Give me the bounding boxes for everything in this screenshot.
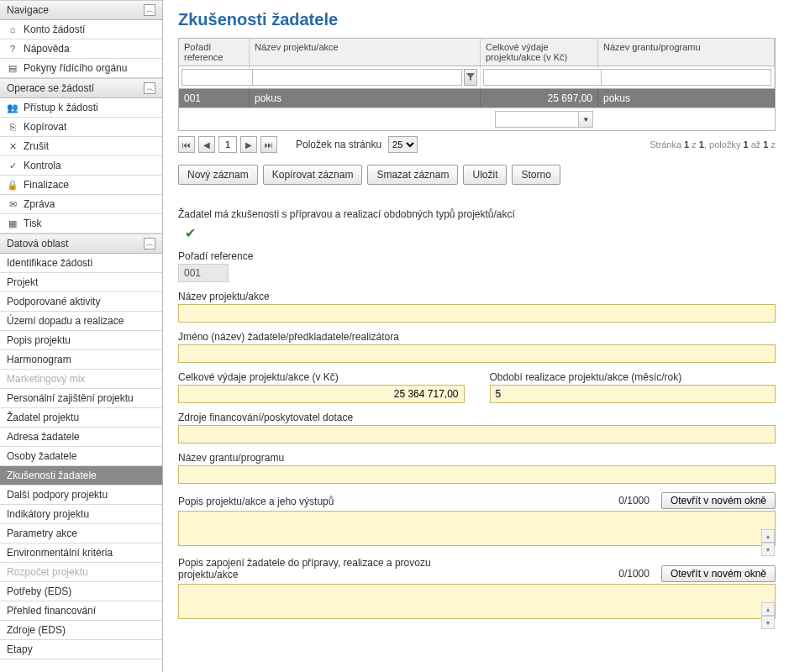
nav-label: Finalizace <box>24 179 69 191</box>
nav-popis-projektu[interactable]: Popis projektu <box>0 331 162 350</box>
cancel-button[interactable]: Storno <box>512 165 560 185</box>
spin-down-icon[interactable]: ▾ <box>761 616 775 629</box>
nav-p-ehled-financov-n-[interactable]: Přehled financování <box>0 601 162 621</box>
per-page-select[interactable]: 25 <box>388 136 418 153</box>
filter-name[interactable] <box>252 69 462 86</box>
col-header-total[interactable]: Celkové výdaje projektu/akce (v Kč) <box>481 39 598 66</box>
check-icon[interactable]: ✔ <box>185 225 203 239</box>
involve-textarea[interactable] <box>178 584 776 619</box>
desc-textarea[interactable] <box>178 511 776 546</box>
col-header-name[interactable]: Název projektu/akce <box>250 39 481 66</box>
nav-dal-podpory-projektu[interactable]: Další podpory projektu <box>0 486 162 505</box>
panel-header-navigace[interactable]: Navigace ︿ <box>0 0 162 20</box>
next-page-button[interactable]: ▶ <box>240 136 257 153</box>
nav-adresa-adatele[interactable]: Adresa žadatele <box>0 428 162 447</box>
applicant-label: Jméno (název) žadatele/předkladatele/rea… <box>178 331 776 343</box>
nav-napoveda[interactable]: ?Nápověda <box>0 39 162 59</box>
nav-label: Zdroje (EDS) <box>7 624 66 636</box>
open-involve-button[interactable]: Otevřít v novém okně <box>661 565 776 582</box>
spin-up-icon[interactable]: ▴ <box>761 529 775 543</box>
print-icon: ▦ <box>7 218 18 229</box>
ref-label: Pořadí reference <box>178 250 776 262</box>
nav-label: Tisk <box>24 218 42 229</box>
dropdown-icon[interactable]: ▾ <box>578 111 593 128</box>
nav-parametry-akce[interactable]: Parametry akce <box>0 524 162 543</box>
nav-kontrola[interactable]: ✓Kontrola <box>0 156 162 176</box>
nav-label: Popis projektu <box>7 334 71 346</box>
delete-button[interactable]: Smazat záznam <box>367 165 458 185</box>
nav-label: Podporované aktivity <box>7 296 100 307</box>
save-button[interactable]: Uložit <box>463 165 507 185</box>
nav-label: Etapy <box>7 643 33 655</box>
copy-icon: ⎘ <box>7 122 18 132</box>
col-header-ref[interactable]: Pořadí reference <box>179 39 250 66</box>
nav--zem-dopadu-a-realizace[interactable]: Území dopadu a realizace <box>0 312 162 331</box>
spin-up-icon[interactable]: ▴ <box>761 602 775 616</box>
nav-environment-ln-krit-ria[interactable]: Environmentální kritéria <box>0 543 162 563</box>
nav-label: Adresa žadatele <box>7 431 80 443</box>
nav-pristup[interactable]: 👥Přístup k žádosti <box>0 98 162 118</box>
close-icon: ✕ <box>7 141 18 152</box>
nav-identifikace-dosti[interactable]: Identifikace žádosti <box>0 254 162 273</box>
nav-person-ln-zaji-t-n-projektu[interactable]: Personální zajištění projektu <box>0 389 162 408</box>
collapse-icon[interactable]: ︿ <box>144 4 155 16</box>
name-input[interactable] <box>178 304 776 323</box>
nav-pokyny[interactable]: ▤Pokyny řídícího orgánu <box>0 59 162 78</box>
filter-icon[interactable] <box>464 69 477 86</box>
nav-label: Projekt <box>7 276 38 288</box>
nav-label: Harmonogram <box>7 354 71 365</box>
panel-header-datova[interactable]: Datová oblast ︿ <box>0 234 162 254</box>
nav-zku-enosti-adatele[interactable]: Zkušenosti žadatele <box>0 466 162 486</box>
nav-podporovan-aktivity[interactable]: Podporované aktivity <box>0 292 162 312</box>
copy-button[interactable]: Kopírovat záznam <box>263 165 363 185</box>
source-input[interactable] <box>178 425 776 444</box>
total-label: Celkové výdaje projektu/akce (v Kč) <box>178 371 465 383</box>
nav-harmonogram[interactable]: Harmonogram <box>0 350 162 370</box>
nav-finalizace[interactable]: 🔒Finalizace <box>0 176 162 195</box>
help-icon: ? <box>7 44 18 54</box>
last-page-button[interactable]: ⏭ <box>260 136 277 153</box>
nav-tisk[interactable]: ▦Tisk <box>0 214 162 234</box>
spin-down-icon[interactable]: ▾ <box>761 543 775 556</box>
nav-label: Environmentální kritéria <box>7 547 113 559</box>
nav-zprava[interactable]: ✉Zpráva <box>0 195 162 214</box>
nav-konto-zadosti[interactable]: ⌂Konto žádostí <box>0 20 162 39</box>
total-input[interactable] <box>178 385 465 403</box>
nav-pot-eby-eds-[interactable]: Potřeby (EDS) <box>0 582 162 601</box>
nav-label: Kopírovat <box>24 121 66 133</box>
pager: ⏮ ◀ ▶ ⏭ Položek na stránku 25 Stránka 1 … <box>178 136 776 153</box>
nav-zrusit[interactable]: ✕Zrušit <box>0 137 162 156</box>
col-header-grant[interactable]: Název grantu/programu <box>598 39 775 66</box>
name-label: Název projektu/akce <box>178 291 776 302</box>
nav-kopirovat[interactable]: ⎘Kopírovat <box>0 118 162 137</box>
first-page-button[interactable]: ⏮ <box>178 136 195 153</box>
filter-total[interactable] <box>483 69 606 86</box>
table-row[interactable]: 001 pokus 25 697,00 pokus <box>179 89 775 108</box>
toolbar: Nový záznam Kopírovat záznam Smazat zázn… <box>178 165 776 185</box>
panel-header-operace[interactable]: Operace se žádostí ︿ <box>0 78 162 98</box>
nav-projekt[interactable]: Projekt <box>0 273 162 292</box>
nav-zdroje-eds-[interactable]: Zdroje (EDS) <box>0 621 162 640</box>
applicant-input[interactable] <box>178 344 776 363</box>
nav--adatel-projektu[interactable]: Žadatel projektu <box>0 408 162 428</box>
nav-etapy[interactable]: Etapy <box>0 640 162 659</box>
new-button[interactable]: Nový záznam <box>178 165 258 185</box>
nav-indik-tory-projektu[interactable]: Indikátory projektu <box>0 505 162 524</box>
collapse-icon[interactable]: ︿ <box>144 82 155 94</box>
mail-icon: ✉ <box>7 199 18 210</box>
page-input[interactable] <box>218 136 237 153</box>
grant-label: Název grantu/programu <box>178 452 776 464</box>
nav-label: Území dopadu a realizace <box>7 315 124 327</box>
sum-input[interactable] <box>495 111 579 128</box>
prev-page-button[interactable]: ◀ <box>198 136 215 153</box>
grant-input[interactable] <box>178 465 776 484</box>
ref-value: 001 <box>178 264 229 282</box>
collapse-icon[interactable]: ︿ <box>144 238 155 249</box>
panel-title: Navigace <box>7 4 49 16</box>
users-icon: 👥 <box>7 102 18 113</box>
filter-grant[interactable] <box>601 69 771 86</box>
nav-osoby-adatele[interactable]: Osoby žadatele <box>0 447 162 466</box>
open-desc-button[interactable]: Otevřít v novém okně <box>661 492 776 509</box>
period-input[interactable] <box>490 385 776 403</box>
nav-marketingov-mix: Marketingový mix <box>0 370 162 389</box>
